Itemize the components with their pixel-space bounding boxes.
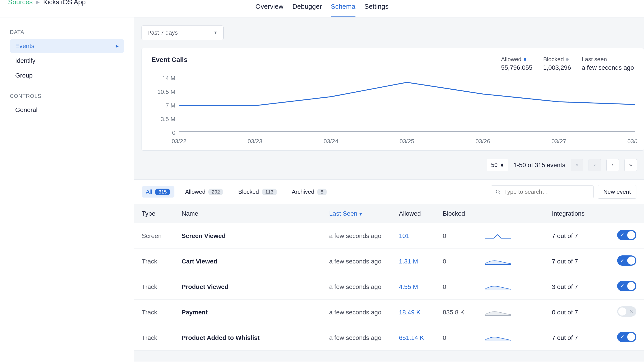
- sort-icon: ▲▼: [500, 163, 504, 167]
- sparkline-icon: [485, 258, 552, 265]
- cell-allowed: 18.49 K: [399, 309, 443, 316]
- chevron-right-icon: ▶: [36, 0, 40, 4]
- breadcrumb-sources[interactable]: Sources: [8, 0, 33, 5]
- tab-schema[interactable]: Schema: [331, 3, 355, 16]
- cell-type: Screen: [142, 232, 182, 240]
- cell-integrations: 7 out of 7: [552, 258, 606, 265]
- page-size-select[interactable]: 50 ▲▼: [487, 159, 508, 171]
- cell-type: Track: [142, 283, 182, 291]
- card-title: Event Calls: [152, 56, 490, 63]
- table-row[interactable]: TrackPaymenta few seconds ago18.49 K835.…: [134, 300, 644, 325]
- col-allowed-header[interactable]: Allowed: [399, 210, 443, 217]
- col-blocked-header[interactable]: Blocked: [443, 210, 485, 217]
- cell-name: Cart Viewed: [182, 258, 329, 265]
- table-row[interactable]: TrackCart Vieweda few seconds ago1.31 M0…: [134, 249, 644, 274]
- page-last-button[interactable]: »: [624, 159, 637, 171]
- sidebar-item-group[interactable]: Group: [10, 69, 124, 82]
- chevron-right-icon: ▶: [116, 43, 119, 48]
- cell-type: Track: [142, 258, 182, 265]
- page-next-button[interactable]: ›: [606, 159, 619, 171]
- cell-integrations: 3 out of 7: [552, 283, 606, 291]
- toggle[interactable]: ✕: [617, 306, 636, 317]
- tab-overview[interactable]: Overview: [255, 3, 283, 16]
- cell-allowed: 1.31 M: [399, 258, 443, 265]
- stat-lastseen-value: a few seconds ago: [582, 64, 634, 71]
- toggle[interactable]: ✓: [617, 281, 636, 291]
- stat-allowed-label: Allowed: [501, 56, 522, 63]
- cell-integrations: 7 out of 7: [552, 334, 606, 342]
- filter-blocked-label: Blocked: [238, 188, 259, 195]
- sparkline-icon: [485, 334, 552, 342]
- page-prev-button[interactable]: ‹: [588, 159, 601, 171]
- svg-text:3.5 M: 3.5 M: [161, 116, 176, 122]
- sidebar-item-events[interactable]: Events▶: [10, 39, 124, 53]
- page-size-value: 50: [491, 162, 498, 168]
- toggle[interactable]: ✓: [617, 332, 636, 342]
- cell-name: Product Added to Whislist: [182, 334, 329, 342]
- filter-tab-blocked[interactable]: Blocked 113: [234, 186, 281, 198]
- stat-blocked-value: 1,003,296: [543, 64, 571, 71]
- col-lastseen-header[interactable]: Last Seen▼: [329, 210, 399, 217]
- toggle[interactable]: ✓: [617, 230, 636, 240]
- sidebar: DATA Events▶IdentifyGroup CONTROLS Gener…: [0, 17, 134, 362]
- cell-type: Track: [142, 334, 182, 342]
- breadcrumb-app: Kicks iOS App: [43, 0, 86, 5]
- cell-type: Track: [142, 309, 182, 316]
- dot-icon: [566, 58, 569, 61]
- col-type-header[interactable]: Type: [142, 210, 182, 217]
- sort-caret-icon: ▼: [359, 212, 363, 217]
- filter-tab-archived[interactable]: Archived 8: [288, 186, 331, 198]
- col-integrations-header[interactable]: Integrations: [552, 210, 606, 217]
- toggle[interactable]: ✓: [617, 255, 636, 266]
- filter-allowed-count: 202: [208, 189, 224, 195]
- svg-line-13: [499, 193, 500, 194]
- breadcrumb: Sources ▶ Kicks iOS App: [8, 0, 86, 5]
- svg-text:7 M: 7 M: [166, 102, 176, 109]
- sidebar-data-label: DATA: [10, 29, 124, 35]
- stat-lastseen-label: Last seen: [582, 56, 634, 63]
- tab-settings[interactable]: Settings: [364, 3, 388, 16]
- cell-integrations: 7 out of 7: [552, 232, 606, 240]
- filter-all-count: 315: [155, 189, 170, 195]
- svg-text:03/26: 03/26: [476, 138, 490, 144]
- cell-lastseen: a few seconds ago: [329, 232, 399, 240]
- sidebar-controls-label: CONTROLS: [10, 93, 124, 99]
- event-calls-chart: 03.5 M7 M10.5 M14 M03/2203/2303/2403/250…: [152, 76, 637, 144]
- date-range-select[interactable]: Past 7 days ▼: [141, 25, 224, 40]
- date-range-label: Past 7 days: [147, 29, 178, 36]
- cell-name: Product Viewed: [182, 283, 329, 291]
- filter-tab-allowed[interactable]: Allowed 202: [181, 186, 228, 198]
- tab-debugger[interactable]: Debugger: [292, 3, 322, 16]
- new-event-button[interactable]: New event: [598, 185, 636, 199]
- svg-point-12: [496, 190, 499, 193]
- sparkline-icon: [485, 232, 552, 240]
- dot-icon: [524, 58, 526, 61]
- sidebar-item-identify[interactable]: Identify: [10, 54, 124, 67]
- cell-blocked: 0: [443, 283, 485, 291]
- svg-text:10.5 M: 10.5 M: [158, 88, 176, 95]
- svg-text:0: 0: [172, 129, 176, 136]
- filter-all-label: All: [146, 188, 152, 195]
- cell-allowed: 651.14 K: [399, 334, 443, 342]
- table-row[interactable]: TrackProduct Vieweda few seconds ago4.55…: [134, 274, 644, 300]
- filter-archived-label: Archived: [292, 188, 314, 195]
- svg-text:03/22: 03/22: [172, 138, 186, 144]
- table-row[interactable]: ScreenScreen Vieweda few seconds ago1010…: [134, 223, 644, 249]
- cell-blocked: 0: [443, 232, 485, 240]
- search-icon: [496, 189, 501, 195]
- search-box[interactable]: [491, 185, 594, 198]
- cell-allowed: 101: [399, 232, 443, 240]
- filter-blocked-count: 113: [262, 189, 277, 195]
- page-first-button[interactable]: «: [571, 159, 583, 171]
- filter-tab-all[interactable]: All 315: [142, 186, 174, 198]
- event-calls-card: Event Calls Allowed 55,796,055 Blocked 1…: [141, 48, 644, 151]
- cell-lastseen: a few seconds ago: [329, 283, 399, 291]
- cell-name: Payment: [182, 309, 329, 316]
- filter-allowed-label: Allowed: [185, 188, 206, 195]
- page-info: 1-50 of 315 events: [514, 162, 565, 169]
- sidebar-item-general[interactable]: General: [10, 103, 124, 117]
- table-row[interactable]: TrackProduct Added to Whislista few seco…: [134, 325, 644, 351]
- col-name-header[interactable]: Name: [182, 210, 329, 217]
- cell-lastseen: a few seconds ago: [329, 309, 399, 316]
- search-input[interactable]: [504, 188, 589, 195]
